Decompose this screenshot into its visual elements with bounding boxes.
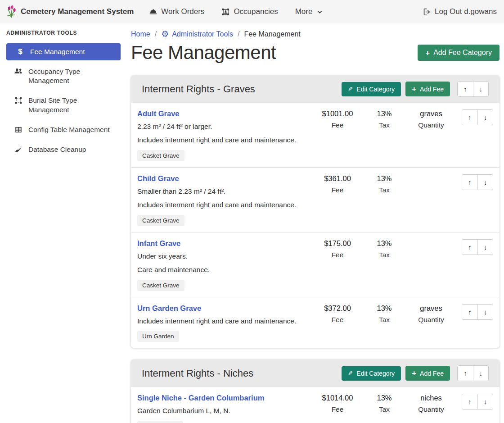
category-reorder-group: ↑ ↓	[457, 81, 489, 97]
add-fee-button[interactable]: + Add Fee	[405, 82, 450, 96]
fee-tax-column: 13% Tax	[361, 304, 408, 324]
fee-amount: $1014.00	[314, 394, 361, 402]
fee-name-link[interactable]: Urn Garden Grave	[137, 304, 201, 313]
fee-move-down-button[interactable]: ↓	[477, 240, 493, 255]
category-move-down-button[interactable]: ↓	[473, 82, 488, 96]
fee-move-up-button[interactable]: ↑	[462, 305, 477, 319]
fee-description: Smaller than 2.23 m² / 24 ft².	[137, 187, 314, 196]
nav-more[interactable]: More	[295, 7, 323, 16]
sidebar-item-fee-management[interactable]: $Fee Management	[6, 43, 121, 60]
arrow-down-icon: ↓	[484, 308, 487, 316]
people-icon	[14, 68, 23, 75]
breadcrumb: Home / ⚙ Administrator Tools / Fee Manag…	[131, 30, 500, 38]
arrow-down-icon: ↓	[484, 178, 487, 186]
fee-type-tag: Casket Grave	[137, 280, 184, 291]
fee-quantity-column	[408, 239, 454, 242]
category-move-down-button[interactable]: ↓	[473, 366, 488, 381]
fee-type-tag: Casket Grave	[137, 215, 184, 226]
fee-reorder-group: ↑ ↓	[462, 304, 493, 320]
fee-quantity-label: Quantity	[408, 405, 454, 414]
fee-values: $1014.00 Fee 13% Tax niches Quantity ↑ ↓	[314, 394, 493, 414]
page-header: Fee Management + Add Fee Category	[131, 42, 500, 64]
fee-name-link[interactable]: Child Grave	[137, 174, 179, 183]
sidebar-item-database-cleanup[interactable]: Database Cleanup	[6, 141, 121, 158]
fee-tax: 13%	[361, 304, 408, 313]
sidebar-item-config-table-management[interactable]: Config Table Management	[6, 121, 121, 138]
fee-move-down-button[interactable]: ↓	[477, 175, 493, 190]
category-move-up-button[interactable]: ↑	[458, 82, 473, 96]
fee-tax-label: Tax	[361, 251, 408, 259]
fee-move-up-button[interactable]: ↑	[462, 175, 477, 190]
sidebar-nav: $Fee ManagementOccupancy Type Management…	[6, 43, 121, 158]
fee-quantity-label: Quantity	[408, 121, 454, 129]
add-fee-category-label: Add Fee Category	[433, 49, 492, 57]
brand[interactable]: Cemetery Management System	[5, 5, 134, 18]
plot-frame-icon	[14, 96, 23, 105]
fee-row: Infant Grave Under six years.Care and ma…	[131, 232, 500, 297]
fee-type-tag: Casket Grave	[137, 150, 184, 161]
fee-quantity-column: niches Quantity	[408, 394, 454, 414]
add-fee-button[interactable]: + Add Fee	[405, 366, 450, 381]
occupancy-badge-icon	[221, 8, 230, 16]
logout-button[interactable]: Log Out d.gowans	[423, 7, 497, 16]
fee-details: Adult Grave 2.23 m² / 24 ft² or larger.I…	[137, 109, 314, 161]
fee-descriptions: Garden Columbarium L, M, N.	[137, 406, 314, 416]
fee-move-up-button[interactable]: ↑	[462, 394, 477, 409]
nav-occupancies[interactable]: Occupancies	[221, 7, 278, 16]
fee-description: Includes interment right and care and ma…	[137, 200, 314, 210]
fee-tax-column: 13% Tax	[361, 394, 408, 414]
fee-move-down-button[interactable]: ↓	[477, 110, 493, 125]
fee-amount-column: $1014.00 Fee	[314, 394, 361, 414]
fee-name-link[interactable]: Single Niche - Garden Columbarium	[137, 394, 264, 402]
fee-row: Single Niche - Garden Columbarium Garden…	[131, 387, 500, 423]
breadcrumb-admin-tools-link[interactable]: ⚙ Administrator Tools	[161, 30, 233, 38]
fee-descriptions: Smaller than 2.23 m² / 24 ft².Includes i…	[137, 187, 314, 210]
page-title: Fee Management	[131, 42, 276, 64]
fee-values: $1001.00 Fee 13% Tax graves Quantity ↑ ↓	[314, 109, 493, 129]
fee-quantity-column: graves Quantity	[408, 109, 454, 129]
nav-work-orders[interactable]: Work Orders	[149, 7, 204, 16]
fee-details: Urn Garden Grave Includes interment righ…	[137, 304, 314, 342]
fee-amount: $1001.00	[314, 109, 361, 118]
fee-amount-label: Fee	[314, 186, 361, 194]
fee-type-tag: Columbarium	[137, 421, 183, 423]
category-reorder-group: ↑ ↓	[457, 365, 489, 381]
fee-amount-column: $372.00 Fee	[314, 304, 361, 324]
fee-description: Garden Columbarium L, M, N.	[137, 406, 314, 416]
edit-category-label: Edit Category	[356, 86, 395, 93]
fee-description: Includes interment right and care and ma…	[137, 136, 314, 145]
fee-descriptions: Under six years.Care and maintenance.	[137, 252, 314, 275]
breadcrumb-separator: /	[238, 30, 239, 38]
fee-amount-column: $1001.00 Fee	[314, 109, 361, 129]
sidebar-item-occupancy-type-management[interactable]: Occupancy Type Management	[6, 63, 121, 89]
edit-category-button[interactable]: ✎ Edit Category	[342, 366, 401, 381]
fee-reorder-group: ↑ ↓	[462, 239, 493, 255]
sidebar-item-burial-site-type-management[interactable]: Burial Site Type Management	[6, 92, 121, 118]
fee-amount: $361.00	[314, 174, 361, 183]
fee-quantity: niches	[408, 394, 454, 402]
sidebar-item-label: Fee Management	[30, 47, 85, 56]
fee-move-up-button[interactable]: ↑	[462, 110, 477, 125]
add-fee-category-button[interactable]: + Add Fee Category	[418, 45, 500, 61]
fee-move-down-button[interactable]: ↓	[477, 305, 493, 319]
fee-move-down-button[interactable]: ↓	[477, 394, 493, 409]
edit-category-button[interactable]: ✎ Edit Category	[342, 82, 401, 96]
fee-values: $372.00 Fee 13% Tax graves Quantity ↑ ↓	[314, 304, 493, 324]
category-move-up-button[interactable]: ↑	[458, 366, 473, 381]
fee-name-link[interactable]: Adult Grave	[137, 109, 180, 118]
fee-quantity-column	[408, 174, 454, 177]
pencil-icon: ✎	[348, 370, 353, 376]
fee-quantity-label: Quantity	[408, 316, 454, 324]
fee-tax-label: Tax	[361, 316, 408, 324]
fee-move-up-button[interactable]: ↑	[462, 240, 477, 255]
fee-quantity: graves	[408, 304, 454, 313]
breadcrumb-home-link[interactable]: Home	[131, 30, 150, 38]
fee-description: Includes interment right and care and ma…	[137, 317, 314, 326]
nav-more-label: More	[295, 7, 313, 16]
fee-name-link[interactable]: Infant Grave	[137, 239, 180, 248]
fee-tax: 13%	[361, 394, 408, 402]
chevron-down-icon	[317, 9, 323, 15]
add-fee-label: Add Fee	[420, 86, 444, 93]
fee-amount-column: $361.00 Fee	[314, 174, 361, 194]
fee-amount-label: Fee	[314, 316, 361, 324]
